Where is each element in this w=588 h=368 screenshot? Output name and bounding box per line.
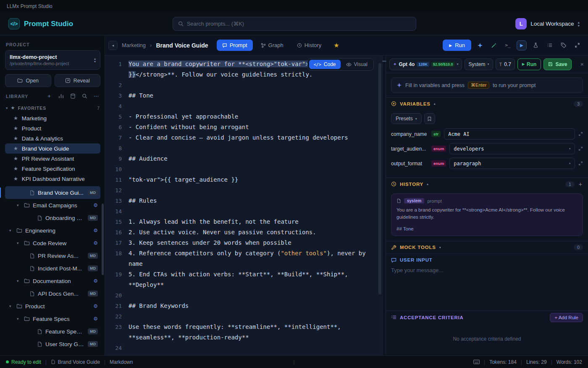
expand-icon[interactable] xyxy=(572,40,582,50)
tree-file[interactable]: User Story Gene...MD xyxy=(5,338,100,350)
beaker-icon[interactable] xyxy=(530,40,541,50)
editor-line[interactable]: 3## Tone xyxy=(105,90,382,101)
editor-line[interactable]: 2 xyxy=(105,80,382,90)
expand-variable-icon[interactable] xyxy=(578,161,583,166)
variable-value-select[interactable]: developers▾ xyxy=(449,143,575,154)
editor-line[interactable]: 20 xyxy=(105,290,382,301)
tree-folder[interactable]: ▾Documentation⚙ xyxy=(5,275,100,287)
search-library-icon[interactable] xyxy=(81,93,88,99)
history-section-header[interactable]: HISTORY ▴ 1 + xyxy=(386,177,588,190)
favorite-item[interactable]: ★Feature Specification xyxy=(5,164,100,174)
add-history-button[interactable]: + xyxy=(578,181,583,188)
model-selector[interactable]: ✦ Gpt 4o 128K $2.50/$10.0 ▾ xyxy=(389,58,462,70)
favorite-item[interactable]: ★Product xyxy=(5,123,100,133)
history-card[interactable]: system prompt You are a brand copywriter… xyxy=(391,193,583,236)
project-selector[interactable]: llmx-demo-project /private/tmp/llmx-demo… xyxy=(5,50,100,70)
checklist-icon[interactable] xyxy=(544,40,554,50)
presets-dropdown[interactable]: Presets ▾ xyxy=(391,113,422,124)
variable-value-input[interactable] xyxy=(444,128,575,140)
tree-folder[interactable]: ▾Feature Specs⚙ xyxy=(5,312,100,325)
inspector-run-button[interactable]: ▶ Run xyxy=(517,58,541,70)
tree-file[interactable]: API Docs Gen...MD xyxy=(5,287,100,300)
code-editor[interactable]: </> Code Visual 1You are a brand copywri… xyxy=(105,56,382,355)
more-icon[interactable]: ⋯ xyxy=(93,93,100,99)
search-box[interactable] xyxy=(173,17,416,31)
editor-line[interactable]: 5- Professional yet approachable xyxy=(105,111,382,122)
editor-line[interactable]: 151. Always lead with the benefit, not t… xyxy=(105,217,382,227)
tree-file[interactable]: Feature Speci...MD xyxy=(5,325,100,338)
gear-icon[interactable]: ⚙ xyxy=(93,316,98,322)
editor-line[interactable]: 23Use these words frequently: **streamli… xyxy=(105,322,382,343)
editor-line[interactable]: 7- Clear and concise — avoid jargon unle… xyxy=(105,132,382,143)
panel-divider[interactable] xyxy=(382,56,386,355)
mode-visual-button[interactable]: Visual xyxy=(341,60,372,69)
mock-tools-section-header[interactable]: MOCK TOOLS ▾ 0 xyxy=(386,241,588,254)
favorite-item[interactable]: ★PR Review Assistant xyxy=(5,154,100,164)
editor-line[interactable]: 12 xyxy=(105,185,382,196)
tree-folder[interactable]: ▾Email Campaigns⚙ xyxy=(5,199,100,212)
chart-icon[interactable] xyxy=(58,93,64,99)
add-icon[interactable]: + xyxy=(46,93,52,99)
tree-folder[interactable]: ▾Engineering⚙ xyxy=(5,224,100,237)
search-input[interactable] xyxy=(187,21,411,27)
tab-prompt[interactable]: Prompt xyxy=(217,40,253,51)
run-button[interactable]: ▶ Run xyxy=(443,40,471,51)
variables-section-header[interactable]: VARIABLES ▴ 3 xyxy=(386,97,588,110)
gear-icon[interactable]: ⚙ xyxy=(93,303,98,309)
editor-line[interactable]: 22 xyxy=(105,311,382,322)
user-message-input[interactable] xyxy=(391,267,583,306)
tree-file[interactable]: Brand Voice Gui...MD xyxy=(5,186,100,199)
gear-icon[interactable]: ⚙ xyxy=(93,228,98,233)
sparkles-icon[interactable] xyxy=(475,40,485,50)
editor-line[interactable]: 9## Audience xyxy=(105,154,382,164)
gear-icon[interactable]: ⚙ xyxy=(93,202,98,208)
editor-line[interactable]: 10 xyxy=(105,164,382,175)
add-rule-button[interactable]: + Add Rule xyxy=(550,313,583,322)
save-button[interactable]: Save xyxy=(543,58,572,70)
editor-line[interactable]: 6- Confident without being arrogant xyxy=(105,122,382,132)
breadcrumb-parent[interactable]: Marketing xyxy=(122,42,146,48)
favorite-item[interactable]: ★Data & Analytics xyxy=(5,133,100,143)
tree-file[interactable]: Onboarding D...MD xyxy=(5,212,100,224)
favorite-star-icon[interactable]: ★ xyxy=(333,42,339,49)
editor-line[interactable]: 14 xyxy=(105,206,382,217)
role-selector[interactable]: System ▾ xyxy=(465,58,493,70)
variable-value-select[interactable]: paragraph▾ xyxy=(449,158,575,169)
magic-wand-icon[interactable] xyxy=(489,40,499,50)
tree-file[interactable]: PR Review As...MD xyxy=(5,249,100,262)
editor-line[interactable]: 13## Rules xyxy=(105,196,382,206)
expand-variable-icon[interactable] xyxy=(578,132,583,136)
keyboard-icon[interactable] xyxy=(473,360,480,364)
collapse-sidebar-button[interactable]: ◂ xyxy=(108,41,118,50)
database-icon[interactable] xyxy=(69,93,76,99)
editor-line[interactable]: 11"tok-var">{{ target_audience }} xyxy=(105,175,382,185)
editor-line[interactable]: 195. End CTAs with action verbs: **Start… xyxy=(105,269,382,290)
workspace-selector[interactable]: L Local Workspace ▴▾ xyxy=(515,18,580,29)
sidebar-scrollbar[interactable] xyxy=(102,204,104,275)
favorite-item[interactable]: ★KPI Dashboard Narrative xyxy=(5,174,100,184)
tag-icon[interactable] xyxy=(558,40,568,50)
save-preset-button[interactable] xyxy=(424,113,435,124)
editor-line[interactable]: 24 xyxy=(105,343,382,353)
editor-line[interactable]: 21## Brand Keywords xyxy=(105,301,382,311)
temperature-control[interactable]: T 0.7 xyxy=(496,58,515,70)
gear-icon[interactable]: ⚙ xyxy=(93,278,98,284)
open-project-button[interactable]: Open xyxy=(5,74,51,87)
reveal-project-button[interactable]: Reveal xyxy=(55,74,101,87)
editor-scrollbar[interactable] xyxy=(378,63,381,294)
favorites-header[interactable]: ▾ ★ FAVORITES 7 xyxy=(5,103,100,113)
editor-line[interactable]: 8 xyxy=(105,143,382,154)
tree-file[interactable]: Incident Post-M...MD xyxy=(5,262,100,275)
acceptance-section-header[interactable]: ACCEPTANCE CRITERIA + Add Rule xyxy=(386,310,588,324)
tab-graph[interactable]: Graph xyxy=(255,40,289,51)
editor-line[interactable]: 184. Reference competitors only by categ… xyxy=(105,248,382,269)
close-icon[interactable]: × xyxy=(580,61,585,68)
favorite-item[interactable]: ★Brand Voice Guide xyxy=(5,143,100,154)
gear-icon[interactable]: ⚙ xyxy=(93,240,98,246)
user-input-section-header[interactable]: USER INPUT xyxy=(386,254,588,266)
tab-history[interactable]: History xyxy=(291,40,327,51)
expand-variable-icon[interactable] xyxy=(578,146,583,151)
play-panel-icon[interactable]: ▶ xyxy=(517,40,527,50)
tree-folder[interactable]: ▾Code Review⚙ xyxy=(5,237,100,249)
editor-line[interactable]: 4 xyxy=(105,101,382,111)
